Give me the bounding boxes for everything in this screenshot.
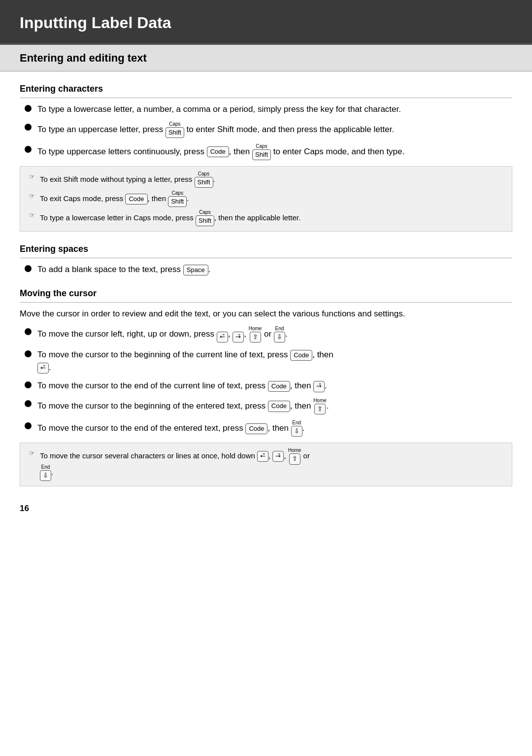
entering-spaces-heading: Entering spaces	[20, 242, 512, 258]
code-key: Code	[290, 350, 312, 361]
shift-caps-key: Caps Shift	[196, 210, 214, 226]
left-arrow-key: x ←̆	[217, 326, 228, 343]
moving-cursor-section: Moving the cursor Move the cursor in ord…	[20, 287, 512, 486]
bullet-text: To move the cursor to the end of the ent…	[37, 420, 512, 437]
list-item: To move the cursor to the beginning of t…	[20, 398, 512, 414]
list-item: To type a lowercase letter, a number, a …	[20, 103, 512, 116]
code-key: Code	[268, 381, 290, 392]
note-row: ☞ To type a lowercase letter in Caps mod…	[29, 210, 503, 226]
list-item: To add a blank space to the text, press …	[20, 263, 512, 276]
shift-key: Caps Shift	[195, 172, 213, 188]
main-section-title: Entering and editing text	[20, 50, 512, 66]
down-end-key: End ⇩	[291, 420, 302, 437]
down-end-key: End ⇩	[40, 465, 51, 481]
bullet-text: To move the cursor left, right, up or do…	[37, 326, 512, 343]
up-arrow-key: Home ⇧	[249, 326, 262, 343]
bullet-icon	[25, 328, 32, 335]
note-text: To exit Caps mode, press Code, then Caps…	[40, 191, 503, 207]
shift-caps-key: Caps Shift	[168, 191, 187, 207]
bullet-icon	[25, 265, 32, 272]
note-icon: ☞	[29, 210, 35, 220]
note-row: ☞ To move the cursor several characters …	[29, 448, 503, 481]
entering-characters-section: Entering characters To type a lowercase …	[20, 82, 512, 232]
entering-characters-notes: ☞ To exit Shift mode without typing a le…	[20, 166, 512, 232]
left-key: ←̆	[257, 451, 268, 462]
note-icon: ☞	[29, 191, 35, 201]
bullet-text: To move the cursor to the beginning of t…	[37, 398, 512, 414]
bullet-icon	[25, 124, 32, 131]
bullet-icon	[25, 400, 32, 407]
left-arrow-key: ←̆	[37, 363, 49, 374]
right-arrow-key: x →̆	[233, 326, 244, 343]
entering-characters-heading: Entering characters	[20, 82, 512, 98]
note-row: ☞ To exit Shift mode without typing a le…	[29, 172, 503, 188]
list-item: To move the cursor to the end of the cur…	[20, 379, 512, 392]
moving-cursor-notes: ☞ To move the cursor several characters …	[20, 443, 512, 486]
moving-cursor-intro: Move the cursor in order to review and e…	[20, 308, 512, 320]
code-key: Code	[207, 146, 229, 157]
right-arrow-key: →̆	[313, 381, 325, 392]
bullet-text: To add a blank space to the text, press …	[37, 263, 512, 276]
shift-key: Caps Shift	[166, 122, 184, 138]
page-number: 16	[0, 493, 532, 530]
list-item: To move the cursor to the end of the ent…	[20, 420, 512, 437]
note-text: To type a lowercase letter in Caps mode,…	[40, 210, 503, 226]
main-section-header: Entering and editing text	[0, 43, 532, 71]
note-icon: ☞	[29, 172, 35, 182]
space-key: Space	[183, 265, 208, 275]
bullet-text: To move the cursor to the end of the cur…	[37, 379, 512, 392]
bullet-text: To type an uppercase letter, press Caps …	[37, 122, 512, 138]
bullet-icon	[25, 350, 32, 357]
shift-caps-key: Caps Shift	[252, 144, 271, 160]
list-item: To type uppercase letters continuously, …	[20, 144, 512, 160]
entering-spaces-section: Entering spaces To add a blank space to …	[20, 242, 512, 276]
page-header: Inputting Label Data	[0, 0, 532, 43]
note-text: To move the cursor several characters or…	[40, 448, 503, 481]
down-arrow-key: End ⇩	[274, 326, 285, 343]
right-key: →̆	[272, 451, 284, 462]
bullet-icon	[25, 146, 32, 153]
bullet-icon	[25, 381, 32, 388]
up-home-key: Home ⇧	[313, 398, 327, 414]
moving-cursor-heading: Moving the cursor	[20, 287, 512, 303]
bullet-text: To move the cursor to the beginning of t…	[37, 348, 512, 374]
note-icon: ☞	[29, 448, 35, 458]
note-text: To exit Shift mode without typing a lett…	[40, 172, 503, 188]
entering-characters-list: To type a lowercase letter, a number, a …	[20, 103, 512, 160]
moving-cursor-list: To move the cursor left, right, up or do…	[20, 326, 512, 437]
page-title: Inputting Label Data	[20, 11, 512, 34]
bullet-text: To type a lowercase letter, a number, a …	[37, 103, 512, 116]
bullet-icon	[25, 422, 32, 429]
bullet-icon	[25, 105, 32, 112]
bullet-text: To type uppercase letters continuously, …	[37, 144, 512, 160]
list-item: To move the cursor left, right, up or do…	[20, 326, 512, 343]
up-home-key: Home ⇧	[288, 448, 301, 464]
list-item: To type an uppercase letter, press Caps …	[20, 122, 512, 138]
code-key: Code	[268, 401, 290, 412]
note-row: ☞ To exit Caps mode, press Code, then Ca…	[29, 191, 503, 207]
code-key: Code	[245, 423, 267, 434]
list-item: To move the cursor to the beginning of t…	[20, 348, 512, 374]
entering-spaces-list: To add a blank space to the text, press …	[20, 263, 512, 276]
content-area: Entering characters To type a lowercase …	[0, 82, 532, 486]
code-key: Code	[125, 194, 147, 205]
